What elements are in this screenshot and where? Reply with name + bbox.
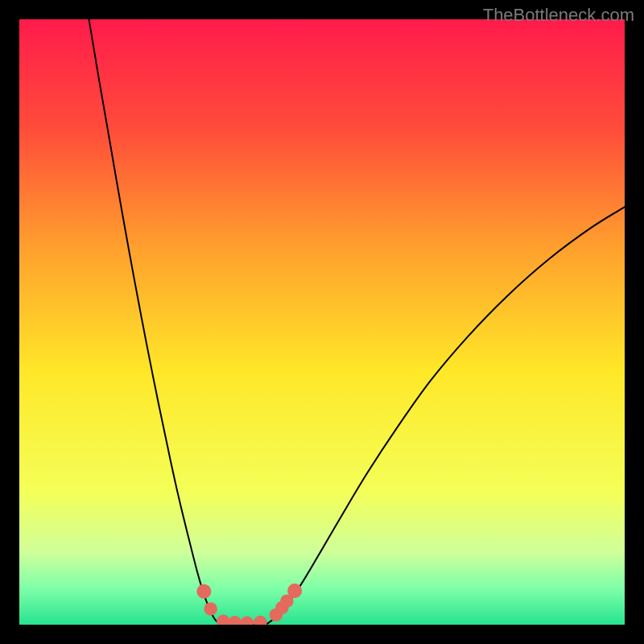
- chart-frame: TheBottleneck.com: [0, 0, 644, 644]
- data-marker: [204, 602, 217, 616]
- data-marker: [287, 584, 302, 598]
- data-marker: [217, 615, 230, 625]
- curve-layer: [19, 19, 625, 625]
- data-marker: [254, 616, 267, 625]
- data-marker: [196, 584, 211, 599]
- watermark-label: TheBottleneck.com: [483, 5, 634, 26]
- data-marker: [240, 616, 254, 625]
- data-marker: [228, 616, 242, 625]
- marker-layer: [196, 584, 302, 625]
- left-branch: [89, 19, 219, 623]
- right-branch: [267, 207, 625, 623]
- plot-area: [19, 19, 625, 625]
